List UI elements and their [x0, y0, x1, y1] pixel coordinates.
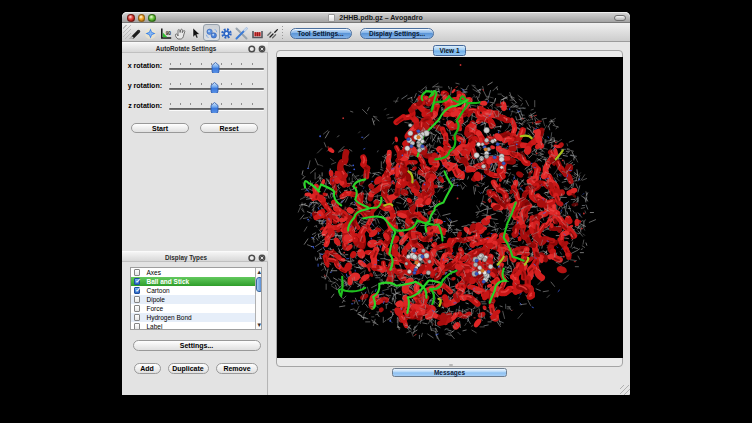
svg-text:90: 90	[165, 31, 171, 36]
